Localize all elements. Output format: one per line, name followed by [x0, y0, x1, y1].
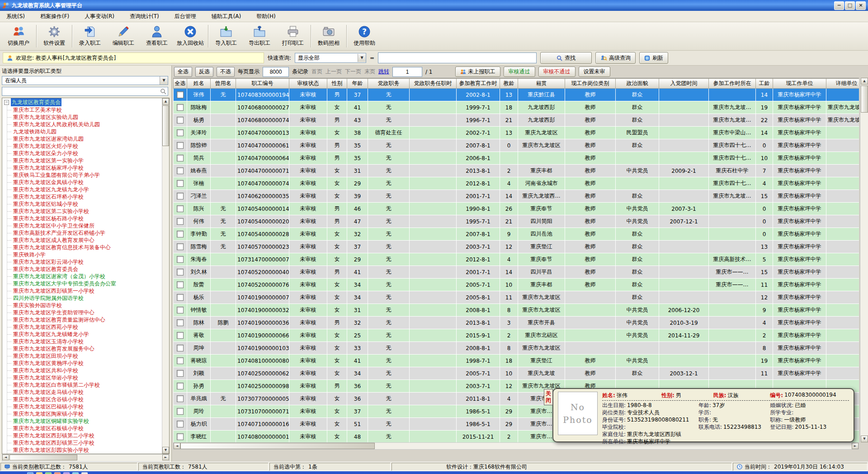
column-header[interactable]: 审核状态: [289, 79, 327, 89]
taskbar-app-icon[interactable]: [54, 472, 61, 474]
tree-item-school[interactable]: 重庆市九龙坡区九龙镇九龙小学: [2, 186, 162, 193]
table-row[interactable]: 陈咏梅107406800000027未审核女41无1999-7-118九龙坡西彭…: [174, 101, 859, 114]
row-checkbox[interactable]: [177, 421, 184, 427]
refresh-button[interactable]: 刷新: [639, 52, 668, 64]
row-checkbox[interactable]: [177, 91, 184, 98]
tree-item-school[interactable]: 重庆市九龙坡区走马镇小学校: [2, 389, 162, 396]
tree-item-school[interactable]: 重庆市九龙坡区陶家镇小学校: [2, 410, 162, 417]
table-row[interactable]: 陈林陈鹏107401900000036未审核男32无2013-8-13重庆市开县…: [174, 317, 859, 329]
row-checkbox[interactable]: [177, 345, 184, 351]
row-checkbox[interactable]: [177, 193, 184, 199]
column-header[interactable]: 职工编号: [236, 79, 289, 89]
tree-item-school[interactable]: 重庆市九龙坡区九龙镇蟠龙小学: [2, 331, 162, 338]
tree-item-school[interactable]: 重庆市九龙坡区人民政府机关幼儿园: [2, 121, 162, 128]
add-employee-button[interactable]: 录入职工: [73, 24, 107, 49]
search-input[interactable]: [378, 52, 537, 63]
table-row[interactable]: 陈惊铧107404700000061未审核男35无2007-8-10重庆市九龙坡…: [174, 139, 859, 152]
menu-tools[interactable]: 辅助工具(A): [212, 13, 241, 20]
tree-item-school[interactable]: 重庆市九龙坡区第一实验小学: [2, 157, 162, 164]
import-employee-button[interactable]: 导入职工: [209, 24, 243, 49]
row-checkbox[interactable]: [177, 281, 184, 288]
table-row[interactable]: 杨乐107401900000007未审核女34无2005-8-111重庆市九龙坡…: [174, 291, 859, 304]
row-checkbox[interactable]: [177, 167, 184, 174]
help-button[interactable]: ? 使用帮助: [348, 24, 381, 49]
tree-item-school[interactable]: 重庆市九龙坡区教育发展服务中心: [2, 345, 162, 352]
menu-help[interactable]: 帮助(H): [256, 13, 275, 20]
tree-item-school[interactable]: 重庆市九龙坡区学生资助管理中心: [2, 309, 162, 316]
quick-query-select[interactable]: 显示全部 ▼: [295, 53, 366, 63]
row-checkbox[interactable]: [177, 231, 184, 237]
column-header[interactable]: 全选: [174, 79, 187, 89]
row-checkbox[interactable]: [177, 129, 184, 136]
scroll-down-icon[interactable]: ▼: [162, 447, 169, 454]
row-checkbox[interactable]: [177, 218, 184, 225]
select-none-button[interactable]: 不选: [217, 67, 235, 77]
row-checkbox[interactable]: [177, 205, 184, 212]
row-checkbox[interactable]: [177, 180, 184, 187]
last-page-link[interactable]: 末页: [364, 68, 375, 76]
column-header[interactable]: 曾用名: [211, 79, 236, 89]
tree-item-school[interactable]: 重庆市九龙坡区巴福镇小学校: [2, 403, 162, 410]
menu-backend[interactable]: 后台管理: [175, 13, 196, 20]
close-button[interactable]: ×: [856, 1, 866, 10]
table-hscroll-thumb[interactable]: [180, 443, 375, 449]
tree-item-school[interactable]: 重庆市九龙坡区谢家湾幼儿园: [2, 135, 162, 142]
recycle-bin-button[interactable]: 放入回收站: [174, 24, 207, 49]
table-row[interactable]: 刘久林107405200000040未审核男41无2001-7-114四川平昌教…: [174, 266, 859, 279]
table-scroll-thumb[interactable]: [861, 85, 868, 113]
camera-button[interactable]: 数码照相: [312, 24, 345, 49]
row-checkbox[interactable]: [177, 155, 184, 161]
invert-selection-button[interactable]: 反选: [195, 67, 213, 77]
tree-item-school[interactable]: 重庆市九龙坡区石坪桥小学校: [2, 193, 162, 200]
row-checkbox[interactable]: [177, 294, 184, 301]
row-checkbox[interactable]: [177, 395, 184, 402]
menu-query-stats[interactable]: 查询统计(T): [130, 13, 159, 20]
tree-item-school[interactable]: 重庆市九龙坡区华岩小学校: [2, 374, 162, 381]
per-page-input[interactable]: [263, 67, 289, 77]
tree-vertical-scrollbar[interactable]: ▲ ▼: [162, 98, 169, 454]
tree-item-school[interactable]: 重庆市九龙坡区黄桷坪小学校: [2, 360, 162, 367]
tree-item-school[interactable]: 重庆市九龙坡区西彭镇第三小学校: [2, 439, 162, 446]
tree-item-school[interactable]: 重庆市九龙坡区铝城小学校: [2, 200, 162, 208]
maximize-button[interactable]: □: [845, 1, 855, 10]
tree-item-school[interactable]: 重庆实验外国语学校: [2, 302, 162, 309]
tree-item-school[interactable]: 重庆市九龙坡区火炬小学校: [2, 142, 162, 150]
next-page-link[interactable]: 下一页: [345, 68, 361, 76]
settings-button[interactable]: 软件设置: [38, 24, 71, 49]
tree-item-school[interactable]: 重庆市九龙坡区朵力小学校: [2, 150, 162, 157]
menu-personnel-change[interactable]: 人事变动(R): [85, 13, 114, 20]
row-checkbox[interactable]: [177, 269, 184, 275]
column-header[interactable]: 年龄: [347, 79, 368, 89]
tree-item-school[interactable]: 重庆市高新技术产业开发区石桥铺小学: [2, 229, 162, 237]
tree-item-school[interactable]: 重庆市九龙坡区第二实验小学校: [2, 208, 162, 215]
row-checkbox[interactable]: [177, 332, 184, 339]
tree-item-school[interactable]: 重庆市九龙坡区西彭镇第一小学校: [2, 287, 162, 294]
tree-hscroll-thumb[interactable]: [9, 455, 77, 460]
column-header[interactable]: 现工作单位: [773, 79, 826, 89]
table-row[interactable]: 刘颖107402500000062未审核女34无2005-7-110重庆九龙坡教…: [174, 367, 859, 380]
menu-archive[interactable]: 档案操作(F): [40, 13, 69, 20]
column-header[interactable]: 籍贯: [518, 79, 565, 89]
tree-item-school[interactable]: 重庆市九龙坡区铜罐驿实验学校: [2, 417, 162, 425]
table-row[interactable]: 刁泽兰107406200000035未审核女39无2001-7-114重庆九龙坡…: [174, 190, 859, 203]
tree-item-school[interactable]: 重庆市九龙坡区教育信息技术与装备中心: [2, 244, 162, 251]
tree-item-school[interactable]: 重庆市九龙坡区杨家坪小学校: [2, 164, 162, 171]
taskbar-app-icon[interactable]: [27, 472, 33, 474]
tree-item-school[interactable]: 重庆市九龙坡区彩云湖小学校: [2, 258, 162, 265]
row-checkbox[interactable]: [177, 357, 184, 364]
row-checkbox[interactable]: [177, 383, 184, 389]
table-row[interactable]: 姚春燕107404700000071未审核女31无2013-8-12重庆丰都教师…: [174, 165, 859, 177]
row-checkbox[interactable]: [177, 433, 184, 440]
tree-item-school[interactable]: 重庆市九龙坡区玉清寺小学校: [2, 338, 162, 345]
tree-item-school[interactable]: 重庆市九龙坡区含谷镇小学校: [2, 396, 162, 403]
taskbar-app-icon[interactable]: [72, 472, 79, 474]
tree-item-school[interactable]: 重庆市九龙坡区金凤镇小学校: [2, 179, 162, 186]
tree-scroll-thumb[interactable]: [162, 105, 169, 146]
tree-item-school[interactable]: 九龙坡铁路幼儿园: [2, 128, 162, 135]
tree-item-school[interactable]: 四川外语学院附属外国语学校: [2, 294, 162, 302]
tree-item-school[interactable]: 重庆市九龙坡区西苑小学校: [2, 323, 162, 331]
tree-item-school[interactable]: 重庆市九龙坡区教育委员会: [2, 265, 162, 273]
view-employee-button[interactable]: 查看职工: [140, 24, 174, 49]
tree-horizontal-scrollbar[interactable]: ◄ ►: [2, 454, 170, 462]
table-row[interactable]: 张伟无107408300000194未审核男37无2002-8-113重庆黔江县…: [174, 89, 859, 101]
